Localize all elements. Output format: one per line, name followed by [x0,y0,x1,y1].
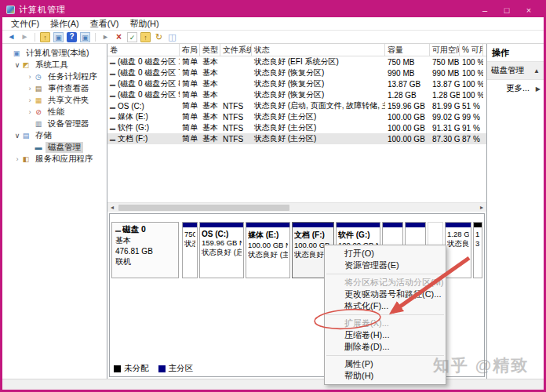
table-row[interactable]: ▬(磁盘 0 磁盘分区 8) 简单 基本 状态良好 (恢复分区) 13.87 G… [107,78,486,89]
primary-partition-legend-icon [158,365,166,372]
menu-file[interactable]: 文件(F) [5,17,45,31]
columns-icon[interactable]: ◫ [167,32,177,42]
device-manager-icon: ▥ [34,120,43,128]
services-icon: ◧ [21,155,31,163]
col-type[interactable]: 类型 [200,44,220,56]
back-icon[interactable]: ◄ [6,32,16,42]
partition-media-e[interactable]: 媒体 (E:) 100.00 GB NTFS 状态良好 (主分区) [246,222,290,278]
volume-icon: ▬ [110,60,115,65]
maximize-button[interactable]: □ [496,5,518,15]
menu-item-change-drive-letter[interactable]: 更改驱动器号和路径(C)... [325,289,446,300]
computer-icon: ▣ [12,49,21,57]
partition-efi[interactable]: 750 MB 状态良好 (EFI [182,222,198,278]
table-row[interactable]: ▬媒体 (E:) 简单 基本 NTFS 状态良好 (主分区) 100.00 GB… [107,111,486,122]
volume-icon: ▬ [110,93,115,98]
menu-item-properties[interactable]: 属性(P) [325,358,446,370]
col-capacity[interactable]: 容量 [385,44,430,56]
scroll-right-icon[interactable]: ▸ [477,204,486,211]
menu-item-explorer[interactable]: 资源管理器(E) [325,260,446,271]
delete-volume-icon[interactable]: × [114,32,124,42]
menu-action[interactable]: 操作(A) [45,17,85,31]
menu-view[interactable]: 查看(V) [85,17,125,31]
col-layout[interactable]: 布局 [180,44,200,56]
tree-item-performance[interactable]: › ⊘ 性能 [2,106,107,118]
scrollbar-thumb[interactable] [118,205,289,211]
task-scheduler-icon: ◷ [34,73,43,81]
expander-closed-icon[interactable]: › [26,85,34,93]
tree-item-services-applications[interactable]: › ◧ 服务和应用程序 [2,153,107,165]
volume-icon: ▬ [110,71,115,76]
menu-separator [326,274,444,274]
menu-item-open[interactable]: 打开(O) [325,248,446,260]
action-pointer-icon[interactable]: ► [100,32,111,42]
title-bar: 计算机管理 – □ × [2,2,544,17]
tree-item-event-viewer[interactable]: › ▤ 事件查看器 [2,82,107,94]
expander-closed-icon[interactable]: › [26,108,34,116]
table-row-selected[interactable]: ▬文档 (F:) 简单 基本 NTFS 状态良好 (主分区) 100.00 GB… [107,133,486,144]
menu-item-help[interactable]: 帮助(H) [325,370,446,382]
tree-item-disk-management[interactable]: ▬ 磁盘管理 [2,141,107,153]
menu-item-mark-active: 将分区标记为活动分区(M) [325,277,446,289]
col-volume[interactable]: 卷 [107,44,180,56]
table-row[interactable]: ▬(磁盘 0 磁盘分区 9) 简单 基本 状态良好 (恢复分区) 1.28 GB… [107,89,486,100]
tree-item-shared-folders[interactable]: › ▦ 共享文件夹 [2,94,107,106]
col-status[interactable]: 状态 [252,44,385,56]
volume-list: 卷 布局 类型 文件系统 状态 容量 可用空间 % 可用 ▬(磁盘 0 磁盘分区… [107,44,486,202]
content-area: ▣ 计算机管理(本地) ∨ ◩ 系统工具 › ◷ 任务计划程序 › ▤ 事件查看… [2,44,544,379]
close-button[interactable]: × [518,5,540,15]
volume-icon: ▬ [110,136,115,142]
col-pct-free[interactable]: % 可用 [460,44,483,56]
menu-item-shrink-volume[interactable]: 压缩卷(H)... [325,329,446,341]
expander-closed-icon[interactable]: › [26,96,34,104]
refresh-icon[interactable]: ↻ [154,32,164,42]
console-window-icon[interactable]: ▣ [53,32,64,42]
expander-open-icon[interactable]: ∨ [13,61,21,69]
toolbar: ◄ ► ↑ ▣ ? ▣ ► × ✓ ↑ ↻ ◫ [2,31,544,44]
show-hide-tree-icon[interactable]: ▣ [80,32,90,42]
minimize-button[interactable]: – [474,5,496,15]
system-tools-icon: ◩ [21,61,31,69]
expander-closed-icon[interactable]: › [13,155,21,163]
menu-item-extend-volume: 扩展卷(X)... [325,318,446,329]
menu-separator [326,355,444,356]
table-row[interactable]: ▬(磁盘 0 磁盘分区 1) 简单 基本 状态良好 (EFI 系统分区) 750… [107,56,486,67]
collapse-icon[interactable]: ▲ [533,67,540,74]
toolbar-separator [35,33,35,42]
table-row[interactable]: ▬OS (C:) 简单 基本 NTFS 状态良好 (启动, 页面文件, 故障转储… [107,100,486,111]
menu-help[interactable]: 帮助(H) [124,17,164,31]
col-filesystem[interactable]: 文件系统 [220,44,252,56]
horizontal-scrollbar[interactable]: ◂ ▸ [107,202,486,212]
partition-unallocated[interactable]: 1 3 [473,222,482,278]
tree-item-computer-management[interactable]: ▣ 计算机管理(本地) [2,47,107,59]
menu-item-delete-volume[interactable]: 删除卷(D)... [325,341,446,353]
tree-item-device-manager[interactable]: ▥ 设备管理器 [2,118,107,129]
partition-os-c[interactable]: OS (C:) 159.96 GB NTFS 状态良好 (启动, 页面文 [199,222,244,278]
actions-section-disk-management[interactable]: 磁盘管理 ▲ [487,62,544,80]
disk-0-info[interactable]: ▬磁盘 0 基本 476.81 GB 联机 [111,222,179,278]
table-row[interactable]: ▬软件 (G:) 简单 基本 NTFS 状态良好 (主分区) 100.00 GB… [107,122,486,133]
col-free[interactable]: 可用空间 [430,44,460,56]
disk-icon: ▬ [115,227,121,233]
menu-item-format[interactable]: 格式化(F)... [325,300,446,312]
shared-folders-icon: ▦ [34,96,43,104]
forward-icon[interactable]: ► [20,32,30,42]
help-icon[interactable]: ? [67,32,77,42]
check-document-icon[interactable]: ✓ [127,32,137,42]
partition-legend: 未分配 主分区 [114,363,193,374]
performance-icon: ⊘ [34,108,43,116]
scroll-left-icon[interactable]: ◂ [107,204,117,211]
tree-item-system-tools[interactable]: ∨ ◩ 系统工具 [2,59,107,71]
export-folder-icon[interactable]: ↑ [140,32,151,42]
up-level-icon[interactable]: ↑ [40,32,50,42]
more-actions[interactable]: 更多... ▶ [487,80,544,97]
volume-icon: ▬ [110,82,115,87]
tree-item-task-scheduler[interactable]: › ◷ 任务计划程序 [2,71,107,82]
actions-pane: 操作 磁盘管理 ▲ 更多... ▶ [486,44,544,379]
partition-recovery-3[interactable]: 1.28 G 状态良 [445,222,471,278]
expander-closed-icon[interactable]: › [26,73,34,81]
computer-management-window: 计算机管理 – □ × 文件(F) 操作(A) 查看(V) 帮助(H) ◄ ► … [2,2,544,390]
table-row[interactable]: ▬(磁盘 0 磁盘分区 7) 简单 基本 状态良好 (恢复分区) 990 MB … [107,67,486,78]
expander-open-icon[interactable]: ∨ [13,132,21,140]
screenshot-frame: 计算机管理 – □ × 文件(F) 操作(A) 查看(V) 帮助(H) ◄ ► … [0,0,546,392]
tree-item-storage[interactable]: ∨ ▤ 存储 [2,129,107,141]
